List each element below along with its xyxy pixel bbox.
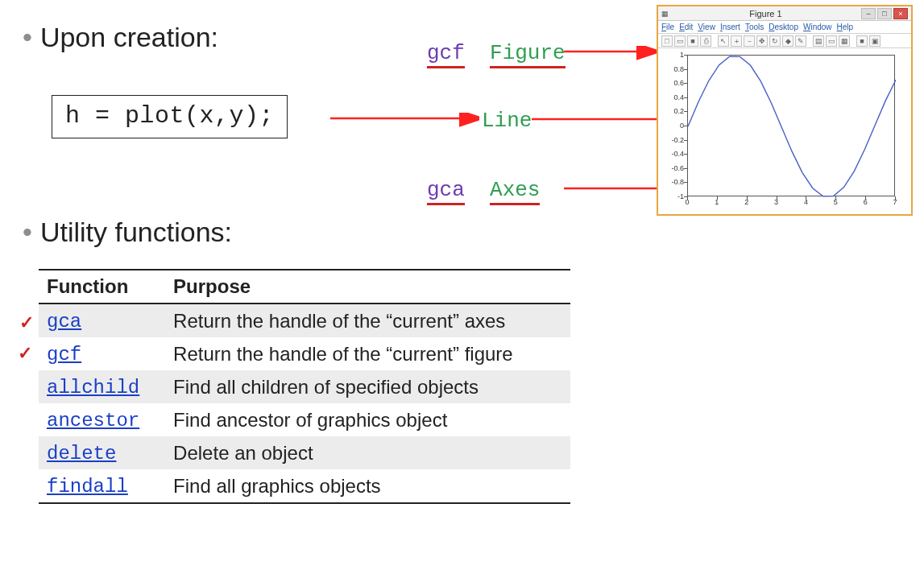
heading-utility-functions: • Utility functions: bbox=[23, 216, 232, 248]
fn-link-gcf[interactable]: gcf bbox=[47, 344, 81, 365]
x-tick-label: 4 bbox=[798, 198, 814, 206]
table-row: findall Find all graphics objects bbox=[39, 469, 570, 503]
matlab-figure-window: ▦ Figure 1 – □ × File Edit View Insert T… bbox=[657, 5, 913, 216]
utility-functions-table: Function Purpose gca Return the handle o… bbox=[39, 269, 570, 504]
maximize-button[interactable]: □ bbox=[877, 8, 892, 19]
bullet-dot: • bbox=[23, 23, 32, 51]
table-row: ancestor Find ancestor of graphics objec… bbox=[39, 403, 570, 436]
tool-hide-icon[interactable]: ▦ bbox=[839, 35, 850, 47]
table-header-function: Function bbox=[39, 270, 165, 304]
tool-print-icon[interactable]: ⎙ bbox=[700, 35, 711, 47]
tool-colorbar-icon[interactable]: ▤ bbox=[813, 35, 824, 47]
tool-pan-icon[interactable]: ✥ bbox=[756, 35, 768, 47]
figure-toolbar: □ ▭ ■ ⎙ ↖ ＋ － ✥ ↻ ◆ ✎ ▤ ▭ ▦ ■ ▣ bbox=[658, 34, 911, 48]
menu-edit[interactable]: Edit bbox=[679, 23, 693, 31]
table-row: gca Return the handle of the “current” a… bbox=[39, 304, 570, 337]
y-tick-label: 0.8 bbox=[660, 65, 684, 73]
figure-titlebar: ▦ Figure 1 – □ × bbox=[658, 6, 911, 21]
y-tick-label: -0.2 bbox=[660, 136, 684, 144]
heading-text: Upon creation: bbox=[40, 21, 218, 53]
figure-title: Figure 1 bbox=[670, 9, 861, 19]
table-row: delete Delete an object bbox=[39, 436, 570, 469]
minimize-button[interactable]: – bbox=[861, 8, 876, 19]
table-row: gcf Return the handle of the “current” f… bbox=[39, 337, 570, 370]
menu-insert[interactable]: Insert bbox=[720, 23, 740, 31]
x-tick-label: 6 bbox=[857, 198, 873, 206]
label-gca: gca bbox=[427, 178, 465, 205]
heading-upon-creation: • Upon creation: bbox=[23, 21, 218, 53]
tool-legend-icon[interactable]: ▭ bbox=[826, 35, 837, 47]
tool-rotate-icon[interactable]: ↻ bbox=[769, 35, 781, 47]
annotation-gcf: gcf Figure bbox=[427, 41, 566, 65]
tool-zoomin-icon[interactable]: ＋ bbox=[731, 35, 742, 47]
close-button[interactable]: × bbox=[893, 8, 908, 19]
x-tick-label: 7 bbox=[887, 198, 903, 206]
heading-text: Utility functions: bbox=[40, 216, 232, 248]
y-tick-label: 0.6 bbox=[660, 79, 684, 87]
checkmark-icon: ✓ bbox=[18, 343, 32, 364]
window-controls: – □ × bbox=[861, 8, 908, 19]
figure-plotarea: -1-0.8-0.6-0.4-0.200.20.40.60.8101234567 bbox=[658, 48, 911, 208]
menu-window[interactable]: Window bbox=[803, 23, 832, 31]
app-icon: ▦ bbox=[661, 10, 669, 18]
x-tick-label: 1 bbox=[709, 198, 725, 206]
code-text: h = plot(x,y); bbox=[65, 102, 274, 130]
table-header-purpose: Purpose bbox=[165, 270, 570, 304]
fn-link-delete[interactable]: delete bbox=[47, 443, 116, 465]
fn-purpose: Find all children of specified objects bbox=[165, 370, 570, 403]
label-figure: Figure bbox=[490, 41, 566, 68]
fn-purpose: Find all graphics objects bbox=[165, 469, 570, 503]
label-line: Line bbox=[482, 109, 532, 133]
code-plot-call: h = plot(x,y); bbox=[52, 95, 288, 138]
menu-view[interactable]: View bbox=[698, 23, 715, 31]
label-gcf: gcf bbox=[427, 41, 465, 68]
fn-link-ancestor[interactable]: ancestor bbox=[47, 410, 139, 432]
y-tick-label: -0.8 bbox=[660, 178, 684, 186]
annotation-gca: gca Axes bbox=[427, 178, 540, 202]
x-tick-label: 0 bbox=[679, 198, 695, 206]
tool-save-icon[interactable]: ■ bbox=[687, 35, 698, 47]
tool-open-icon[interactable]: ▭ bbox=[674, 35, 686, 47]
menu-help[interactable]: Help bbox=[837, 23, 854, 31]
menu-file[interactable]: File bbox=[661, 23, 674, 31]
label-axes: Axes bbox=[490, 178, 540, 205]
tool-pointer-icon[interactable]: ↖ bbox=[718, 35, 729, 47]
y-tick-label: 0 bbox=[660, 122, 684, 130]
table-row: allchild Find all children of specified … bbox=[39, 370, 570, 403]
y-tick-label: 1 bbox=[660, 51, 684, 59]
menu-desktop[interactable]: Desktop bbox=[769, 23, 798, 31]
tool-brush-icon[interactable]: ✎ bbox=[795, 35, 806, 47]
y-tick-label: 0.2 bbox=[660, 107, 684, 115]
fn-link-allchild[interactable]: allchild bbox=[47, 377, 139, 398]
tool-zoomout-icon[interactable]: － bbox=[744, 35, 755, 47]
y-tick-label: 0.4 bbox=[660, 93, 684, 101]
menu-tools[interactable]: Tools bbox=[745, 23, 764, 31]
tool-dock-icon[interactable]: ■ bbox=[856, 35, 868, 47]
annotation-line: Line bbox=[482, 109, 532, 133]
checkmark-icon: ✓ bbox=[19, 312, 34, 333]
line-plot-svg bbox=[688, 56, 896, 197]
x-tick-label: 5 bbox=[827, 198, 843, 206]
figure-menubar: File Edit View Insert Tools Desktop Wind… bbox=[658, 21, 911, 34]
tool-dock2-icon[interactable]: ▣ bbox=[869, 35, 880, 47]
y-tick-label: -0.6 bbox=[660, 164, 684, 172]
fn-link-gca[interactable]: gca bbox=[47, 311, 81, 332]
tool-new-icon[interactable]: □ bbox=[661, 35, 673, 47]
fn-purpose: Return the handle of the “current” axes bbox=[165, 304, 570, 337]
fn-link-findall[interactable]: findall bbox=[47, 476, 128, 498]
axes-box bbox=[687, 55, 895, 196]
bullet-dot: • bbox=[23, 218, 32, 246]
x-tick-label: 3 bbox=[769, 198, 785, 206]
fn-purpose: Find ancestor of graphics object bbox=[165, 403, 570, 436]
tool-datatip-icon[interactable]: ◆ bbox=[782, 35, 793, 47]
x-tick-label: 2 bbox=[739, 198, 755, 206]
fn-purpose: Return the handle of the “current” figur… bbox=[165, 337, 570, 370]
y-tick-label: -0.4 bbox=[660, 150, 684, 158]
fn-purpose: Delete an object bbox=[165, 436, 570, 469]
